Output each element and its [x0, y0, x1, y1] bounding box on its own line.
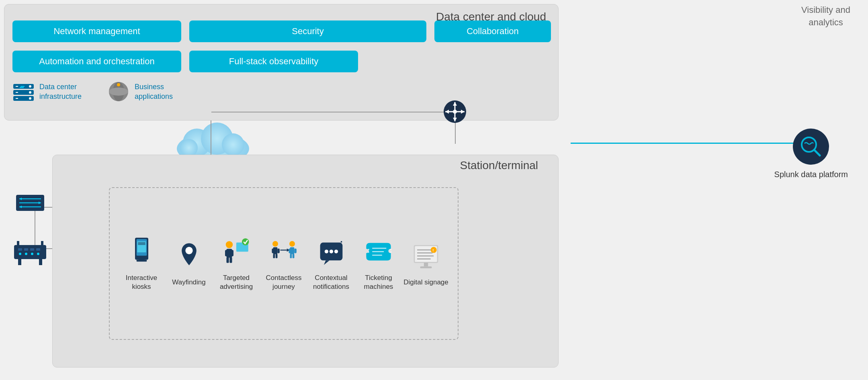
- svg-rect-47: [41, 241, 43, 246]
- biz-apps-item: Business applications: [108, 81, 183, 103]
- biz-apps-label: Business applications: [135, 82, 183, 101]
- svg-rect-46: [17, 241, 19, 246]
- svg-rect-45: [39, 259, 42, 265]
- svg-point-14: [117, 83, 120, 86]
- svg-rect-44: [18, 259, 21, 265]
- connector-h1: [211, 112, 456, 112]
- svg-rect-66: [231, 250, 233, 257]
- svg-point-53: [25, 253, 27, 255]
- use-case-ticketing: Ticketing machines: [356, 236, 402, 291]
- use-case-kiosks: Interactive kiosks: [119, 236, 165, 291]
- wayfinding-icon: [175, 240, 203, 272]
- svg-point-91: [334, 249, 338, 253]
- datacenter-box: Data center and cloud Network management…: [4, 4, 559, 121]
- use-case-advertising: Targeted advertising: [213, 236, 260, 291]
- advertising-label: Targeted advertising: [213, 274, 260, 291]
- svg-rect-65: [225, 250, 228, 257]
- svg-rect-76: [273, 254, 275, 258]
- automation-button[interactable]: Automation and orchestration: [12, 51, 181, 72]
- kiosks-icon: [127, 236, 156, 268]
- svg-rect-68: [229, 257, 232, 263]
- svg-rect-105: [424, 263, 428, 266]
- svg-rect-61: [138, 242, 145, 245]
- svg-point-52: [19, 253, 21, 255]
- splunk-container: Splunk data platform: [774, 129, 848, 180]
- svg-rect-82: [289, 249, 291, 253]
- advertising-icon: [222, 236, 250, 268]
- network-router-bottom: [12, 237, 48, 265]
- svg-point-7: [29, 91, 31, 94]
- svg-point-55: [37, 253, 39, 255]
- use-case-notifications: Contextual notifications: [308, 236, 354, 291]
- svg-rect-74: [272, 249, 274, 253]
- use-case-contactless: Contactless journey: [261, 236, 307, 291]
- network-switch-top: [16, 193, 44, 213]
- svg-point-27: [180, 139, 198, 157]
- splunk-icon: [793, 129, 829, 165]
- svg-point-22: [453, 110, 457, 114]
- splunk-label: Splunk data platform: [774, 169, 848, 180]
- svg-point-89: [324, 249, 328, 253]
- notifications-label: Contextual notifications: [308, 274, 354, 291]
- ticketing-icon: [364, 236, 393, 268]
- svg-rect-50: [30, 248, 34, 251]
- kiosks-label: Interactive kiosks: [119, 274, 165, 291]
- biz-apps-icon: [108, 81, 130, 103]
- svg-rect-58: [139, 257, 145, 260]
- svg-point-62: [185, 247, 192, 254]
- svg-rect-67: [227, 257, 229, 263]
- datacenter-icons: Data center infrastructure Business appl…: [12, 81, 183, 103]
- svg-rect-59: [136, 260, 147, 262]
- fullstack-button[interactable]: Full-stack observability: [189, 51, 358, 72]
- hub-icon-top: [443, 100, 467, 124]
- svg-rect-49: [24, 248, 28, 251]
- svg-line-125: [814, 150, 820, 155]
- notifications-icon: [317, 236, 345, 268]
- collaboration-button[interactable]: Collaboration: [434, 20, 551, 42]
- svg-point-87: [340, 241, 342, 243]
- use-case-signage: ! Digital signage: [403, 240, 449, 287]
- svg-point-63: [226, 241, 233, 249]
- svg-point-72: [272, 241, 278, 247]
- button-row-1: Network management Security Collaboratio…: [12, 20, 551, 42]
- wayfinding-label: Wayfinding: [172, 278, 205, 287]
- svg-rect-85: [293, 254, 295, 258]
- dc-infra-label: Data center infrastructure: [39, 82, 88, 101]
- svg-rect-106: [420, 266, 432, 268]
- svg-rect-48: [18, 248, 22, 251]
- use-case-wayfinding: Wayfinding: [166, 240, 212, 287]
- ticketing-label: Ticketing machines: [356, 274, 402, 291]
- svg-point-90: [329, 249, 333, 253]
- signage-label: Digital signage: [403, 278, 448, 287]
- dc-infra-icon: [12, 81, 35, 103]
- network-management-button[interactable]: Network management: [12, 20, 181, 42]
- svg-rect-77: [276, 254, 278, 258]
- station-box: Station/terminal Interactive kiosks: [52, 155, 559, 368]
- button-row-2: Automation and orchestration Full-stack …: [12, 51, 358, 72]
- svg-rect-75: [277, 249, 279, 253]
- svg-point-71: [242, 239, 249, 246]
- svg-point-80: [289, 241, 295, 247]
- svg-point-6: [29, 85, 31, 88]
- contactless-icon: [270, 236, 298, 268]
- svg-text:!: !: [432, 248, 434, 252]
- svg-point-13: [109, 88, 128, 96]
- svg-point-26: [222, 133, 244, 156]
- main-diagram: Data center and cloud Network management…: [0, 0, 868, 380]
- visibility-section: Visibility and analytics: [788, 4, 864, 29]
- svg-rect-43: [14, 245, 46, 259]
- dc-infra-item: Data center infrastructure: [12, 81, 88, 103]
- signage-icon: !: [412, 240, 440, 272]
- svg-rect-84: [290, 254, 292, 258]
- svg-rect-83: [294, 249, 296, 253]
- svg-point-8: [29, 97, 31, 100]
- svg-marker-88: [323, 260, 329, 265]
- svg-point-54: [31, 253, 33, 255]
- svg-rect-51: [36, 248, 40, 251]
- security-button[interactable]: Security: [189, 20, 426, 42]
- visibility-label: Visibility and analytics: [788, 4, 864, 29]
- station-label: Station/terminal: [460, 159, 538, 172]
- contactless-label: Contactless journey: [261, 274, 307, 291]
- use-cases-container: Interactive kiosks Wayfinding: [109, 187, 459, 340]
